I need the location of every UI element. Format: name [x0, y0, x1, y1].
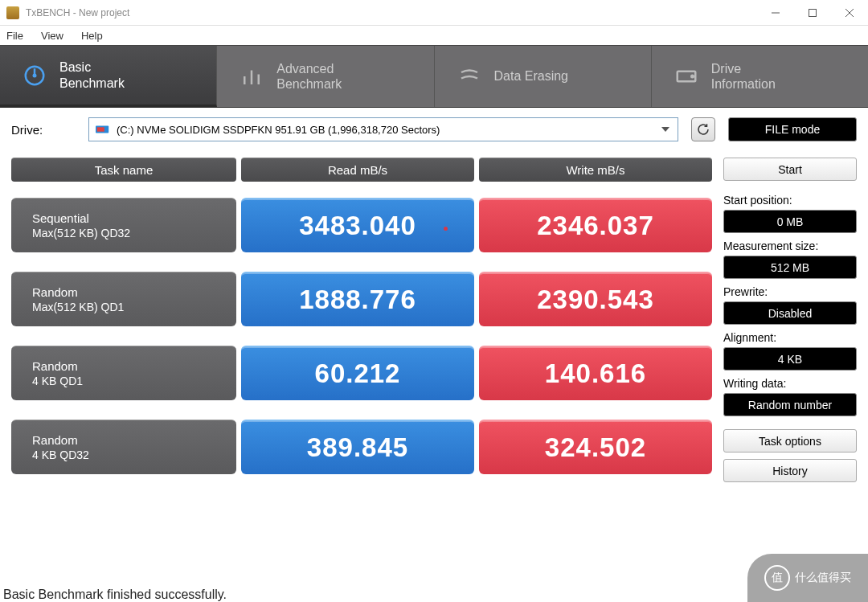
read-value: 60.212	[241, 346, 474, 400]
drive-label: Drive:	[11, 123, 76, 137]
bars-icon	[240, 64, 264, 88]
table-row: Random4 KB QD32 389.845 324.502	[11, 420, 712, 474]
read-value: 3483.040	[241, 198, 474, 252]
svg-point-11	[691, 76, 694, 78]
minimize-button[interactable]	[757, 0, 794, 25]
refresh-button[interactable]	[691, 117, 715, 141]
refresh-icon	[696, 122, 710, 137]
read-value: 389.845	[241, 420, 474, 474]
task-name[interactable]: Random4 KB QD1	[11, 346, 236, 400]
tab-basic-benchmark[interactable]: Basic Benchmark	[0, 46, 217, 107]
svg-rect-1	[809, 9, 817, 16]
start-position-value[interactable]: 0 MB	[723, 210, 857, 233]
tab-label: Data Erasing	[494, 68, 569, 84]
start-button[interactable]: Start	[723, 158, 857, 181]
maximize-button[interactable]	[794, 0, 831, 25]
file-mode-button[interactable]: FILE mode	[728, 117, 857, 141]
cursor-marker	[444, 227, 448, 231]
sidebar: Start Start position: 0 MB Measurement s…	[723, 158, 857, 493]
results-table: Task name Read mB/s Write mB/s Sequentia…	[11, 158, 712, 493]
read-value: 1888.776	[241, 272, 474, 326]
menubar: File View Help	[0, 26, 868, 45]
app-icon	[6, 6, 19, 19]
task-name[interactable]: SequentialMax(512 KB) QD32	[11, 198, 236, 252]
task-name[interactable]: Random4 KB QD32	[11, 420, 236, 474]
tab-bar: Basic Benchmark Advanced Benchmark Data …	[0, 45, 868, 108]
menu-help[interactable]: Help	[81, 30, 103, 42]
tab-advanced-benchmark[interactable]: Advanced Benchmark	[217, 46, 434, 107]
close-button[interactable]	[831, 0, 868, 25]
header-task: Task name	[11, 158, 236, 182]
tab-label: Advanced Benchmark	[276, 61, 342, 92]
start-position-label: Start position:	[723, 194, 857, 207]
drive-icon	[674, 64, 698, 88]
menu-file[interactable]: File	[6, 30, 23, 42]
table-row: Random4 KB QD1 60.212 140.616	[11, 346, 712, 400]
writing-data-label: Writing data:	[723, 377, 857, 390]
erase-icon	[457, 64, 481, 88]
drive-select[interactable]: (C:) NVMe SOLIDIGM SSDPFKN 951.91 GB (1,…	[88, 117, 678, 141]
write-value: 324.502	[479, 420, 712, 474]
titlebar: TxBENCH - New project	[0, 0, 868, 26]
tab-data-erasing[interactable]: Data Erasing	[435, 46, 652, 107]
writing-data-value[interactable]: Random number	[723, 393, 857, 416]
window-title: TxBENCH - New project	[26, 7, 757, 18]
prewrite-value[interactable]: Disabled	[723, 301, 857, 325]
measurement-size-value[interactable]: 512 MB	[723, 256, 857, 279]
prewrite-label: Prewrite:	[723, 285, 857, 298]
watermark-icon: 值	[764, 565, 790, 591]
drive-value: (C:) NVMe SOLIDIGM SSDPFKN 951.91 GB (1,…	[117, 124, 440, 136]
disk-icon	[96, 124, 110, 135]
tab-drive-information[interactable]: Drive Information	[652, 46, 868, 107]
menu-view[interactable]: View	[41, 30, 63, 42]
watermark-text: 什么值得买	[795, 571, 851, 585]
table-row: SequentialMax(512 KB) QD32 3483.040 2346…	[11, 198, 712, 252]
svg-rect-13	[97, 127, 104, 131]
alignment-label: Alignment:	[723, 331, 857, 344]
write-value: 2390.543	[479, 272, 712, 326]
history-button[interactable]: History	[723, 459, 857, 482]
task-options-button[interactable]: Task options	[723, 429, 857, 453]
table-row: RandomMax(512 KB) QD1 1888.776 2390.543	[11, 272, 712, 326]
tab-label: Basic Benchmark	[59, 59, 125, 90]
measurement-size-label: Measurement size:	[723, 240, 857, 252]
svg-point-6	[33, 73, 37, 77]
watermark: 值 什么值得买	[747, 554, 868, 602]
header-read: Read mB/s	[241, 158, 474, 182]
write-value: 140.616	[479, 346, 712, 400]
task-name[interactable]: RandomMax(512 KB) QD1	[11, 272, 236, 326]
write-value: 2346.037	[479, 198, 712, 252]
gauge-icon	[23, 63, 47, 88]
tab-label: Drive Information	[711, 61, 776, 92]
alignment-value[interactable]: 4 KB	[723, 347, 857, 371]
status-text: Basic Benchmark finished successfully.	[3, 588, 227, 602]
header-write: Write mB/s	[479, 158, 712, 182]
